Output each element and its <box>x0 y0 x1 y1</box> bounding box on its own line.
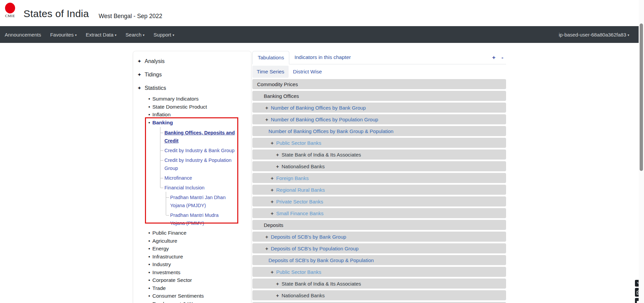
tree-item-line[interactable]: Group <box>164 164 248 172</box>
expand-plus-icon[interactable]: + <box>276 281 279 287</box>
tree-item-line[interactable]: Yojana (PMJDY) <box>170 201 248 209</box>
expand-plus-icon[interactable]: + <box>276 293 279 298</box>
expand-plus-icon[interactable]: + <box>265 105 268 111</box>
row-label[interactable]: Nationalised Banks <box>282 164 325 169</box>
table-row-foreign-banks[interactable]: +Foreign Banks <box>252 173 506 183</box>
expand-plus-icon[interactable]: + <box>276 164 279 169</box>
nav-item-favourites[interactable]: Favourites▾ <box>50 32 77 38</box>
statistics-chapter-list: Summary IndicatorsState Domestic Product… <box>133 95 251 303</box>
row-label[interactable]: Number of Banking Offices by Population … <box>271 117 378 122</box>
scrollbar-thumb[interactable] <box>640 23 643 171</box>
expand-plus-icon[interactable]: + <box>270 187 274 193</box>
row-label[interactable]: Small Finance Banks <box>276 210 324 216</box>
sidebar-section-tidings[interactable]: ✦Tidings <box>133 68 251 81</box>
sidebar-item-label[interactable]: Trade <box>152 285 166 291</box>
table-row-deposits-of-scb-s-by-bank-group-population[interactable]: Deposits of SCB's by Bank Group & Popula… <box>252 255 506 265</box>
star-icon: ✦ <box>137 81 143 95</box>
row-label[interactable]: Foreign Banks <box>276 175 309 181</box>
sidebar-item-label[interactable]: Employment & Wages <box>152 301 204 303</box>
nav-item-announcements[interactable]: Announcements <box>5 32 41 38</box>
sidebar-item-infrastructure: Infrastructure <box>149 253 248 261</box>
table-row-small-finance-banks[interactable]: +Small Finance Banks <box>252 208 506 218</box>
sidebar-item-label[interactable]: Agriculture <box>152 238 177 244</box>
row-label[interactable]: State Bank of India & Its Associates <box>282 281 361 287</box>
tree-item-line[interactable]: Banking Offices, Deposits and <box>164 129 248 137</box>
expand-plus-icon[interactable]: + <box>270 269 274 275</box>
row-label[interactable]: Deposits of SCB's by Bank Group <box>271 234 346 240</box>
table-row-deposits-of-scb-s-by-population-group[interactable]: +Deposits of SCB's by Population Group <box>252 243 506 253</box>
sidebar-item-label[interactable]: Infrastructure <box>152 254 183 259</box>
table-row-number-of-banking-offices-by-bank-group-population[interactable]: Number of Banking Offices by Bank Group … <box>252 126 506 136</box>
sidebar-section-statistics[interactable]: ✦Statistics <box>133 81 251 95</box>
sidebar-item-label[interactable]: Summary Indicators <box>152 96 199 102</box>
page-scrollbar[interactable] <box>639 0 644 303</box>
tree-item-line[interactable]: Credit by Industry & Population <box>164 156 248 164</box>
row-label[interactable]: Public Sector Banks <box>276 269 321 275</box>
table-row-number-of-banking-offices-by-bank-group[interactable]: +Number of Banking Offices by Bank Group <box>252 103 506 113</box>
table-row-commodity-prices: Commodity Prices <box>252 79 506 89</box>
expand-plus-icon[interactable]: + <box>270 175 274 181</box>
font-decrease-button[interactable]: - <box>501 54 503 61</box>
tree-item-line[interactable]: Financial Inclusion <box>164 184 248 192</box>
table-row-state-bank-of-india-its-associates[interactable]: +State Bank of India & Its Associates <box>252 279 506 289</box>
tree-item-line[interactable]: Yojana (PMMY) <box>170 219 248 227</box>
expand-plus-icon[interactable]: + <box>270 199 274 204</box>
table-row-nationalised-banks[interactable]: +Nationalised Banks <box>252 290 506 300</box>
expand-plus-icon[interactable]: + <box>265 117 268 122</box>
row-label[interactable]: Number of Banking Offices by Bank Group <box>271 105 366 111</box>
font-increase-button[interactable]: + <box>492 54 495 61</box>
expand-plus-icon[interactable]: + <box>270 210 274 216</box>
expand-plus-icon[interactable]: + <box>276 152 279 158</box>
tabulation-rows: Commodity PricesBanking Offices+Number o… <box>252 79 506 303</box>
row-label[interactable]: Public Sector Banks <box>276 140 321 146</box>
sidebar-sections: ✦Analysis✦Tidings✦Statistics <box>133 55 251 95</box>
subtab-time-series[interactable]: Time Series <box>252 66 289 78</box>
tab-tabulations[interactable]: Tabulations <box>252 51 289 64</box>
row-label[interactable]: Private Sector Banks <box>276 199 323 204</box>
nav-item-support[interactable]: Support▾ <box>154 32 175 38</box>
row-label[interactable]: Regional Rural Banks <box>276 187 325 193</box>
sidebar-item-label[interactable]: Inflation <box>152 112 170 117</box>
table-row-nationalised-banks[interactable]: +Nationalised Banks <box>252 161 506 171</box>
content-panel: TabulationsIndicators in this chapter+- … <box>252 51 506 303</box>
nav-item-extract-data[interactable]: Extract Data▾ <box>86 32 116 38</box>
table-row-deposits-of-scb-s-by-bank-group[interactable]: +Deposits of SCB's by Bank Group <box>252 232 506 242</box>
cmie-logo[interactable]: CMIE <box>4 3 16 18</box>
sidebar-item-label[interactable]: Public Finance <box>152 230 187 236</box>
tree-list: Pradhan Mantri Jan DhanYojana (PMJDY)Pra… <box>166 193 248 227</box>
star-icon: ✦ <box>137 68 143 81</box>
sidebar-item-label[interactable]: Industry <box>152 261 171 267</box>
sidebar-item-label[interactable]: Consumer Sentiments <box>152 293 204 299</box>
table-row-public-sector-banks[interactable]: +Public Sector Banks <box>252 138 506 148</box>
table-row-number-of-banking-offices-by-population-group[interactable]: +Number of Banking Offices by Population… <box>252 114 506 124</box>
tab-indicators-in-this-chapter[interactable]: Indicators in this chapter <box>289 51 356 64</box>
expand-plus-icon[interactable]: + <box>265 234 268 240</box>
expand-plus-icon[interactable]: + <box>270 140 274 146</box>
sidebar-item-label[interactable]: Energy <box>152 246 169 251</box>
user-menu[interactable]: ip-based-user-68a80a362fa83▾ <box>559 32 629 38</box>
row-label[interactable]: Deposits of SCB's by Population Group <box>271 246 358 251</box>
tree-item-line[interactable]: Credit <box>164 137 248 145</box>
tree-item-line[interactable]: Pradhan Mantri Mudra <box>170 211 248 219</box>
table-row-private-sector-banks[interactable]: +Private Sector Banks <box>252 196 506 206</box>
table-row-state-bank-of-india-its-associates[interactable]: +State Bank of India & Its Associates <box>252 149 506 160</box>
sidebar-item-label[interactable]: Investments <box>152 269 181 275</box>
table-row-public-sector-banks[interactable]: +Public Sector Banks <box>252 267 506 277</box>
row-label[interactable]: State Bank of India & Its Associates <box>282 152 361 158</box>
table-row-regional-rural-banks[interactable]: +Regional Rural Banks <box>252 185 506 195</box>
tree-item-line[interactable]: Pradhan Mantri Jan Dhan <box>170 193 248 201</box>
sidebar-item-label[interactable]: Banking <box>152 120 173 125</box>
row-label[interactable]: Nationalised Banks <box>282 293 325 298</box>
subtab-district-wise[interactable]: District Wise <box>289 66 326 78</box>
tree-item-line[interactable]: Credit by Industry & Bank Group <box>164 146 248 155</box>
row-label[interactable]: Deposits of SCB's by Bank Group & Popula… <box>268 257 374 263</box>
nav-item-search[interactable]: Search▾ <box>126 32 145 38</box>
sidebar-item-label[interactable]: State Domestic Product <box>152 104 207 110</box>
sidebar-section-analysis[interactable]: ✦Analysis <box>133 55 251 68</box>
tree-item-line[interactable]: Microfinance <box>164 174 248 182</box>
sidebar-item-trade: Trade <box>149 284 248 292</box>
nav-menu: AnnouncementsFavourites▾Extract Data▾Sea… <box>5 32 183 38</box>
sidebar-item-label[interactable]: Corporate Sector <box>152 277 192 283</box>
row-label[interactable]: Number of Banking Offices by Bank Group … <box>268 128 393 134</box>
expand-plus-icon[interactable]: + <box>265 246 268 251</box>
